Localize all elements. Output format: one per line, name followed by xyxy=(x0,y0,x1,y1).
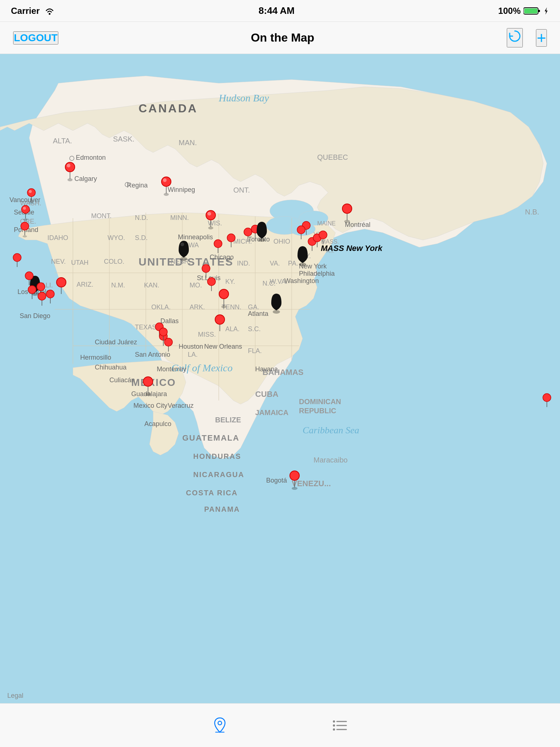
svg-point-154 xyxy=(258,238,265,242)
svg-point-139 xyxy=(163,178,167,182)
svg-text:OHIO: OHIO xyxy=(273,238,290,245)
wifi-icon xyxy=(44,7,55,15)
svg-text:Hudson Bay: Hudson Bay xyxy=(218,92,269,104)
svg-text:IND.: IND. xyxy=(237,260,250,267)
svg-point-147 xyxy=(214,240,222,248)
status-left: Carrier xyxy=(11,6,55,16)
svg-text:MAINE: MAINE xyxy=(317,220,336,227)
svg-point-215 xyxy=(333,720,335,723)
svg-text:Chicago: Chicago xyxy=(210,253,234,261)
status-bar: Carrier 8:44 AM 100% xyxy=(0,0,560,22)
svg-text:COLO.: COLO. xyxy=(104,258,124,265)
svg-text:SASK.: SASK. xyxy=(113,135,135,143)
list-tab-icon xyxy=(331,716,349,735)
svg-text:FLA.: FLA. xyxy=(248,347,262,355)
refresh-button[interactable] xyxy=(507,28,523,47)
svg-point-132 xyxy=(65,162,75,172)
svg-text:ARK.: ARK. xyxy=(190,303,205,311)
svg-text:ONT.: ONT. xyxy=(233,186,250,194)
map-container[interactable]: CANADA UNITED STATES MEXICO GUATEMALA HO… xyxy=(0,54,560,703)
svg-text:Maracaibo: Maracaibo xyxy=(314,456,347,464)
svg-point-121 xyxy=(27,189,35,197)
svg-point-141 xyxy=(208,227,213,229)
svg-text:Mexico City: Mexico City xyxy=(133,402,167,409)
map-svg: CANADA UNITED STATES MEXICO GUATEMALA HO… xyxy=(0,54,560,703)
svg-point-122 xyxy=(29,190,32,193)
svg-text:Veracruz: Veracruz xyxy=(168,402,194,409)
svg-point-172 xyxy=(207,278,215,286)
svg-point-143 xyxy=(207,212,211,216)
svg-point-174 xyxy=(221,305,226,308)
svg-point-124 xyxy=(23,218,28,221)
svg-text:MINN.: MINN. xyxy=(170,214,189,221)
svg-point-176 xyxy=(273,310,280,314)
svg-point-168 xyxy=(297,226,305,234)
svg-text:HONDURAS: HONDURAS xyxy=(193,452,241,460)
svg-text:IDAHO: IDAHO xyxy=(47,234,68,241)
svg-point-149 xyxy=(227,234,235,242)
svg-text:S.C.: S.C. xyxy=(248,325,261,333)
svg-text:NEV.: NEV. xyxy=(51,258,66,265)
svg-text:S.D.: S.D. xyxy=(135,234,148,241)
svg-point-191 xyxy=(57,278,66,287)
svg-point-208 xyxy=(292,487,298,490)
svg-point-131 xyxy=(67,178,73,181)
svg-point-187 xyxy=(46,290,54,298)
svg-text:Minneapolis: Minneapolis xyxy=(178,233,213,241)
tab-list[interactable] xyxy=(331,716,349,735)
svg-text:CUBA: CUBA xyxy=(255,390,279,399)
svg-text:Regina: Regina xyxy=(127,182,148,189)
svg-text:Atlanta: Atlanta xyxy=(248,310,269,317)
svg-text:Hermosillo: Hermosillo xyxy=(80,354,111,361)
svg-text:ALTA.: ALTA. xyxy=(53,137,72,145)
svg-text:KAN.: KAN. xyxy=(144,282,159,289)
svg-text:TEXAS: TEXAS xyxy=(135,324,156,331)
svg-text:JAMAICA: JAMAICA xyxy=(255,409,288,417)
svg-point-164 xyxy=(319,231,327,239)
svg-text:Caribbean Sea: Caribbean Sea xyxy=(303,425,359,436)
carrier-label: Carrier xyxy=(11,6,40,16)
svg-text:VA.: VA. xyxy=(270,260,280,267)
svg-text:LA.: LA. xyxy=(188,351,198,358)
svg-text:Chihuahua: Chihuahua xyxy=(95,364,127,371)
svg-point-181 xyxy=(28,286,36,294)
tab-map[interactable] xyxy=(211,716,229,735)
svg-text:Culiacán: Culiacán xyxy=(109,376,135,384)
svg-point-189 xyxy=(13,253,21,262)
svg-text:MO.: MO. xyxy=(190,282,202,289)
map-tab-icon xyxy=(211,716,229,735)
svg-text:WYO.: WYO. xyxy=(108,234,125,241)
svg-rect-2 xyxy=(524,8,537,13)
svg-point-0 xyxy=(48,13,50,15)
svg-point-144 xyxy=(180,257,187,261)
svg-point-204 xyxy=(215,315,225,324)
svg-text:Dallas: Dallas xyxy=(160,317,179,325)
svg-text:REPUBLIC: REPUBLIC xyxy=(299,407,336,415)
svg-text:CANADA: CANADA xyxy=(139,102,198,115)
svg-point-156 xyxy=(344,220,350,223)
battery-percent: 100% xyxy=(498,6,521,16)
svg-text:ALA.: ALA. xyxy=(225,325,240,333)
svg-text:New Orleans: New Orleans xyxy=(204,343,242,350)
svg-text:QUEBEC: QUEBEC xyxy=(317,153,348,161)
svg-text:Calgary: Calgary xyxy=(74,175,97,182)
battery-icon xyxy=(524,7,540,15)
logout-button[interactable]: LOGOUT xyxy=(13,31,58,44)
svg-text:Vancouver: Vancouver xyxy=(9,196,40,204)
svg-text:NICARAGUA: NICARAGUA xyxy=(193,471,244,479)
svg-text:N.B.: N.B. xyxy=(525,208,539,216)
svg-text:COSTA RICA: COSTA RICA xyxy=(186,489,238,497)
svg-point-157 xyxy=(342,204,352,213)
svg-text:VENEZU...: VENEZU... xyxy=(292,479,331,488)
add-button[interactable]: + xyxy=(536,29,547,47)
svg-text:GA.: GA. xyxy=(248,303,259,311)
legal-text[interactable]: Legal xyxy=(7,692,23,700)
svg-rect-3 xyxy=(538,10,540,12)
svg-text:San Antonio: San Antonio xyxy=(135,351,170,358)
svg-text:ARIZ.: ARIZ. xyxy=(77,281,93,288)
svg-point-179 xyxy=(25,272,33,280)
svg-point-206 xyxy=(543,394,551,402)
svg-point-183 xyxy=(37,283,45,291)
svg-text:Ciudad Juárez: Ciudad Juárez xyxy=(95,338,137,346)
svg-text:UTAH: UTAH xyxy=(71,259,89,266)
